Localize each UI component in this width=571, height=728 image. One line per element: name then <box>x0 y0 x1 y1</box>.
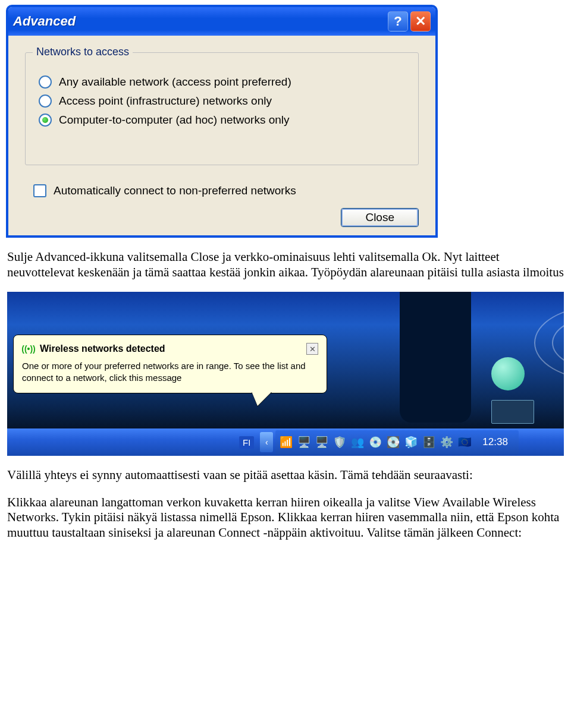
advanced-dialog: Advanced ? ✕ Networks to access Any avai… <box>6 5 438 238</box>
wallpaper-globe <box>491 357 525 390</box>
radio-option-infra[interactable]: Access point (infrastructure) networks o… <box>39 94 405 108</box>
radio-icon <box>39 94 52 108</box>
doc-paragraph-3: Klikkaa alareunan langattoman verkon kuv… <box>7 495 564 541</box>
doc-paragraph-2: Välillä yhteys ei synny automaattisesti … <box>7 468 564 483</box>
taskbar: FI ‹ 📶 🖥️ 🖥️ 🛡️ 👥 💿 💽 🧊 🗄️ ⚙️ 🇪🇺 12:38 <box>7 428 564 456</box>
wifi-signal-icon: ((•)) <box>22 342 35 355</box>
window-close-button[interactable]: ✕ <box>410 11 431 31</box>
close-button[interactable]: Close <box>341 208 419 227</box>
shield-icon[interactable]: 🛡️ <box>332 435 347 449</box>
wallpaper-figure <box>400 292 471 423</box>
radio-label: Computer-to-computer (ad hoc) networks o… <box>59 114 290 127</box>
wallpaper-laptop <box>491 400 534 424</box>
networks-groupbox: Networks to access Any available network… <box>25 52 419 165</box>
titlebar-title: Advanced <box>13 14 385 29</box>
groupbox-legend: Networks to access <box>33 46 133 58</box>
balloon-body: One or more of your preferred networks a… <box>22 360 318 383</box>
doc-paragraph-1: Sulje Advanced-ikkuna valitsemalla Close… <box>7 250 564 280</box>
help-icon: ? <box>394 14 401 29</box>
radio-label: Any available network (access point pref… <box>59 75 291 89</box>
radio-icon <box>39 75 52 89</box>
close-icon: ✕ <box>415 14 426 29</box>
balloon-tail <box>252 392 272 406</box>
titlebar: Advanced ? ✕ <box>8 7 435 36</box>
flag-icon[interactable]: 🇪🇺 <box>457 435 472 449</box>
monitor-icon[interactable]: 🖥️ <box>297 435 311 449</box>
notification-balloon[interactable]: ((•)) Wireless networks detected ✕ One o… <box>13 335 327 393</box>
disk-red-icon[interactable]: 💿 <box>368 435 382 449</box>
db-icon[interactable]: 🗄️ <box>422 435 436 449</box>
taskbar-clock[interactable]: 12:38 <box>475 436 515 448</box>
system-tray: 📶 🖥️ 🖥️ 🛡️ 👥 💿 💽 🧊 🗄️ ⚙️ 🇪🇺 12:38 <box>275 430 519 454</box>
language-indicator[interactable]: FI <box>239 436 254 449</box>
cube-icon[interactable]: 🧊 <box>404 435 418 449</box>
button-row: Close <box>25 208 419 227</box>
users-icon[interactable]: 👥 <box>350 435 365 449</box>
auto-connect-checkbox[interactable]: Automatically connect to non-preferred n… <box>25 184 419 197</box>
wifi-icon[interactable]: 📶 <box>279 435 293 449</box>
radio-icon <box>39 114 52 127</box>
help-button[interactable]: ? <box>388 11 408 31</box>
desktop-screenshot: ((•)) Wireless networks detected ✕ One o… <box>7 292 564 456</box>
radio-label: Access point (infrastructure) networks o… <box>59 94 272 108</box>
balloon-title: Wireless networks detected <box>40 343 306 354</box>
tray-expand-chevron[interactable]: ‹ <box>260 432 273 452</box>
checkbox-icon <box>33 184 46 197</box>
disk-blue-icon[interactable]: 💽 <box>386 435 400 449</box>
balloon-close-button[interactable]: ✕ <box>306 343 318 355</box>
radio-option-adhoc[interactable]: Computer-to-computer (ad hoc) networks o… <box>39 114 405 127</box>
radio-option-any[interactable]: Any available network (access point pref… <box>39 75 405 89</box>
gear-icon[interactable]: ⚙️ <box>440 435 454 449</box>
dialog-body: Networks to access Any available network… <box>8 36 435 235</box>
checkbox-label: Automatically connect to non-preferred n… <box>54 184 296 197</box>
monitor2-icon[interactable]: 🖥️ <box>315 435 329 449</box>
